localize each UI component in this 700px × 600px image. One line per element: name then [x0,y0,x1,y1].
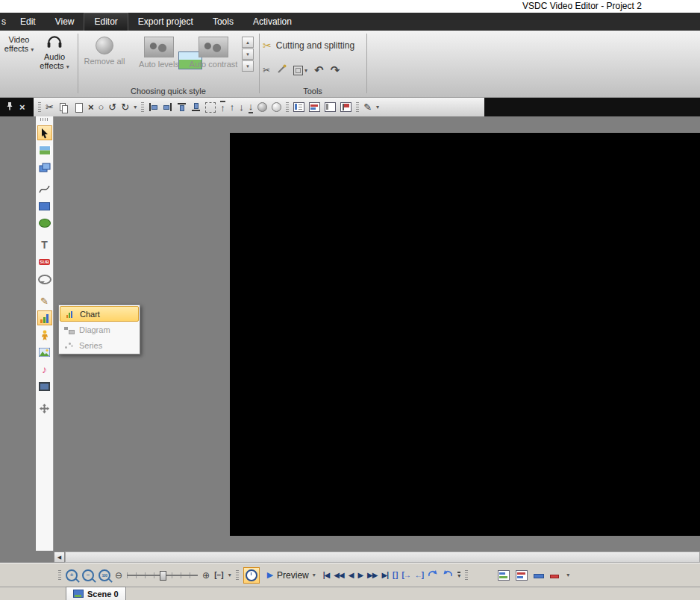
tool-scene[interactable] [37,143,52,157]
scrollbar-thumb[interactable] [65,551,700,563]
bring-to-front-icon[interactable]: ↑ [220,101,225,113]
set-area-end-icon[interactable]: ←] [415,571,423,579]
menu-item-export-project[interactable]: Export project [128,13,203,31]
crop-dropdown-icon[interactable]: ▾ [304,67,307,74]
tool-text[interactable]: T [37,237,52,252]
tool-animation[interactable] [37,328,52,343]
undo-icon[interactable]: ↺ [108,98,116,116]
align-right-icon[interactable] [163,102,172,112]
tool-movement[interactable] [37,401,52,416]
timeline-add-object-icon[interactable] [498,570,510,581]
go-to-end-button[interactable]: ▶| [382,563,389,587]
timeline-layer-icon[interactable] [534,571,544,580]
gallery-expand-button[interactable]: ▼ [242,60,254,72]
tool-tooltip[interactable] [37,272,52,287]
toolbar-grip[interactable] [38,102,41,113]
slider-handle[interactable] [160,571,166,581]
menu-item-tools[interactable]: Tools [203,13,243,31]
menu-item-truncated[interactable]: s [0,13,10,31]
toolbar-grip[interactable] [141,102,144,113]
zoom-slider-plus-icon[interactable]: ⊕ [202,570,210,581]
jump-forward-icon[interactable] [443,569,453,581]
copy-icon[interactable] [58,102,69,113]
video-preview[interactable] [230,133,700,536]
zoom-100-icon[interactable]: 100 [99,569,110,581]
horizontal-scrollbar[interactable]: ◀ [54,551,700,563]
transport-dropdown-icon[interactable]: ▾ [457,572,460,579]
gallery-scroll-down-button[interactable]: ▼ [242,49,254,60]
pin-icon[interactable] [6,101,13,113]
tool-line[interactable] [37,181,52,196]
toolbar-grip[interactable] [58,570,61,581]
side-panel-icon[interactable] [325,102,336,112]
style-pencil-icon[interactable]: ✎ [363,98,372,116]
deselect-icon[interactable]: ○ [99,98,104,116]
timeline-insert-object-icon[interactable] [516,570,528,581]
previous-frame-button[interactable]: ◀ [349,563,354,587]
scroll-left-button[interactable]: ◀ [54,551,65,563]
jump-back-icon[interactable] [428,569,438,581]
paste-icon[interactable] [73,102,84,113]
fit-to-scene-icon[interactable] [205,102,216,113]
menu-item-view[interactable]: View [46,13,84,31]
close-toolbar-icon[interactable]: × [19,98,25,116]
tool-sprite[interactable]: ✎ [37,293,52,308]
toolbar-grip[interactable] [286,102,289,113]
tool-image[interactable] [37,345,52,360]
tool-audio[interactable]: ♪ [37,362,52,377]
align-top-icon[interactable] [177,102,187,112]
set-area-start-icon[interactable]: [→ [401,571,410,579]
redo-dropdown-icon[interactable]: ▾ [134,104,137,110]
ungroup-objects-icon[interactable] [272,102,281,112]
zoom-slider-minus-icon[interactable]: ⊖ [115,570,122,581]
cutting-and-splitting-button[interactable]: ✂ Cutting and splitting [263,40,354,51]
work-area-markers-icon[interactable]: [ ] [393,571,397,579]
toolbar-grip[interactable] [465,570,468,581]
tool-chart[interactable] [37,310,52,325]
tool-rectangle[interactable] [37,199,52,213]
menu-item-chart[interactable]: Chart [60,306,139,322]
audio-effects-button[interactable]: Audio effects ▾ [37,35,72,72]
menu-item-editor[interactable]: Editor [84,13,128,31]
tool-cursor[interactable] [37,125,52,140]
fit-timeline-dropdown-icon[interactable]: ▾ [228,572,231,578]
timeline-more-dropdown-icon[interactable]: ▾ [566,572,569,578]
send-to-back-icon[interactable]: ↓ [249,101,254,113]
zoom-out-icon[interactable]: − [82,569,94,581]
style-dropdown-icon[interactable]: ▾ [376,104,379,110]
zoom-in-icon[interactable]: + [66,569,78,581]
toolstrip-grip[interactable] [40,118,49,121]
video-effects-button[interactable]: Video effects ▾ [2,35,36,54]
tool-video[interactable] [37,379,52,394]
toolbar-grip[interactable] [236,570,239,581]
marker-panel-icon[interactable] [340,102,351,112]
align-left-icon[interactable] [149,102,158,112]
move-down-icon[interactable]: ↓ [239,98,244,116]
play-button[interactable]: ▶ [357,563,363,587]
menu-item-edit[interactable]: Edit [10,13,46,31]
crop-icon[interactable] [293,66,303,75]
align-bottom-icon[interactable] [191,102,201,112]
fit-timeline-icon[interactable]: [−] [214,571,224,579]
preview-quality-button[interactable] [243,567,260,584]
tab-scene-0[interactable]: Scene 0 [66,587,126,600]
resources-panel-icon[interactable] [309,102,320,112]
group-objects-icon[interactable] [257,102,267,112]
rewind-button[interactable]: ◀◀ [334,563,343,587]
cut-tool-icon[interactable]: ✂ [263,65,270,75]
menu-item-activation[interactable]: Activation [243,13,301,31]
tool-duplicate-layers[interactable] [37,160,52,175]
move-up-icon[interactable]: ↑ [230,98,235,116]
rotate-ccw-icon[interactable]: ↶ [314,63,324,77]
chroma-key-icon[interactable] [277,64,287,76]
timeline-zoom-slider[interactable] [127,570,198,581]
tool-subtitles[interactable]: SUB [37,254,52,269]
scene-canvas[interactable] [54,116,700,551]
go-to-start-button[interactable]: |◀ [323,563,330,587]
delete-icon[interactable]: × [88,98,94,116]
cut-icon[interactable]: ✂ [46,98,54,116]
fast-forward-button[interactable]: ▶▶ [367,563,377,587]
preview-button[interactable]: ▶ Preview ▾ [264,569,319,582]
toolbar-grip[interactable] [356,102,359,113]
tool-ellipse[interactable] [37,216,52,231]
